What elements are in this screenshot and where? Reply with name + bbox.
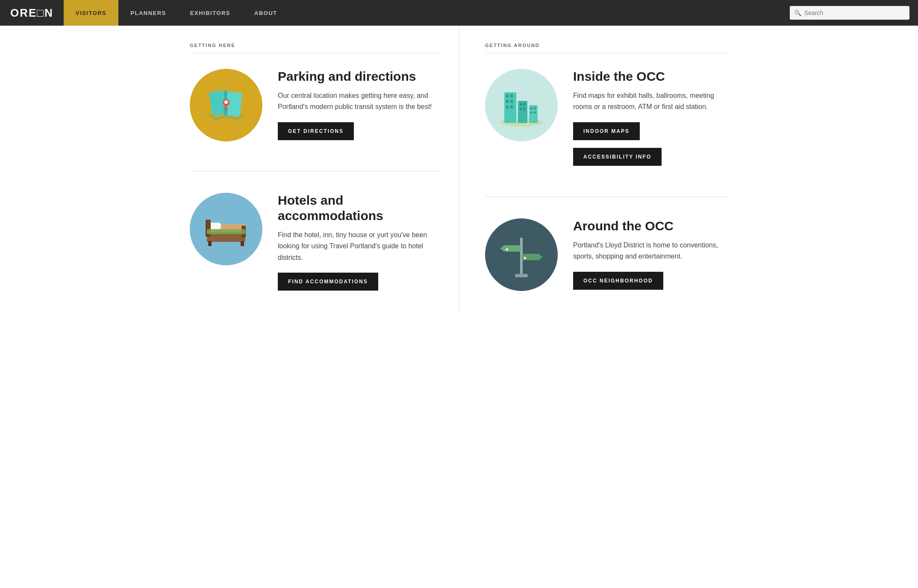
svg-rect-26 <box>520 108 522 110</box>
get-directions-button[interactable]: GET DIRECTIONS <box>278 122 354 140</box>
left-column: GETTING HERE <box>190 26 459 313</box>
search-icon: 🔍 <box>794 9 801 16</box>
parking-card-desc: Our central location makes getting here … <box>278 90 442 113</box>
hotels-card-desc: Find the hotel, inn, tiny house or yurt … <box>278 229 442 263</box>
svg-rect-29 <box>530 107 533 109</box>
nav-item-about[interactable]: ABOUT <box>242 0 289 26</box>
parking-card: Parking and directions Our central locat… <box>190 69 442 145</box>
inside-occ-card-body: Inside the OCC Find maps for exhibit hal… <box>573 69 728 171</box>
left-divider <box>190 171 442 171</box>
svg-rect-13 <box>241 241 244 246</box>
right-section-header: GETTING AROUND <box>485 43 728 53</box>
search-input[interactable] <box>790 6 909 20</box>
hotels-card-body: Hotels and accommodations Find the hotel… <box>278 193 442 296</box>
accessibility-info-button[interactable]: ACCESSIBILITY INFO <box>573 148 662 166</box>
inside-occ-icon <box>485 69 558 141</box>
right-column: GETTING AROUND <box>459 26 728 313</box>
parking-card-title: Parking and directions <box>278 69 442 84</box>
nav-items: VISITORS PLANNERS EXHIBITORS ABOUT <box>64 0 781 26</box>
right-divider <box>485 197 728 197</box>
around-occ-card-title: Around the OCC <box>573 218 728 234</box>
svg-rect-14 <box>207 229 245 234</box>
inside-occ-buttons: INDOOR MAPS ACCESSIBILITY INFO <box>573 122 728 171</box>
hotels-card: Hotels and accommodations Find the hotel… <box>190 193 442 296</box>
indoor-maps-button[interactable]: INDOOR MAPS <box>573 122 640 140</box>
svg-text:▶: ▶ <box>524 256 527 260</box>
svg-rect-18 <box>510 94 513 97</box>
around-occ-card: ◀ ▶ Around the OCC Portland's Lloyd Dist… <box>485 218 728 295</box>
svg-rect-9 <box>209 223 221 229</box>
left-section-header: GETTING HERE <box>190 43 442 53</box>
svg-rect-30 <box>534 107 536 109</box>
main-content: GETTING HERE <box>173 26 745 313</box>
hotels-card-title: Hotels and accommodations <box>278 193 442 223</box>
around-occ-icon: ◀ ▶ <box>485 218 558 291</box>
svg-rect-20 <box>510 100 513 103</box>
svg-rect-34 <box>515 274 528 277</box>
svg-text:◀: ◀ <box>505 247 508 251</box>
occ-neighborhood-button[interactable]: OCC NEIGHBORHOOD <box>573 272 663 290</box>
svg-rect-32 <box>534 112 536 114</box>
parking-card-body: Parking and directions Our central locat… <box>278 69 442 145</box>
find-accommodations-button[interactable]: FIND ACCOMMODATIONS <box>278 273 378 291</box>
svg-rect-12 <box>208 241 212 246</box>
nav-item-visitors[interactable]: VISITORS <box>64 0 118 26</box>
svg-rect-21 <box>506 106 509 109</box>
svg-rect-25 <box>523 103 525 106</box>
logo: ORE□N <box>0 0 64 26</box>
navigation: ORE□N VISITORS PLANNERS EXHIBITORS ABOUT… <box>0 0 918 26</box>
svg-rect-24 <box>520 103 522 106</box>
around-occ-card-desc: Portland's Lloyd District is home to con… <box>573 240 728 262</box>
nav-item-planners[interactable]: PLANNERS <box>118 0 178 26</box>
svg-rect-22 <box>510 106 513 109</box>
nav-item-exhibitors[interactable]: EXHIBITORS <box>178 0 242 26</box>
svg-rect-27 <box>523 108 525 110</box>
inside-occ-card: Inside the OCC Find maps for exhibit hal… <box>485 69 728 171</box>
svg-rect-31 <box>530 112 533 114</box>
hotels-icon <box>190 193 262 265</box>
inside-occ-card-title: Inside the OCC <box>573 69 728 84</box>
svg-point-4 <box>224 100 228 104</box>
svg-rect-23 <box>518 101 527 123</box>
around-occ-card-body: Around the OCC Portland's Lloyd District… <box>573 218 728 295</box>
inside-occ-card-desc: Find maps for exhibit halls, ballrooms, … <box>573 90 728 113</box>
svg-rect-17 <box>506 94 509 97</box>
search-container: 🔍 <box>781 0 918 26</box>
two-column-layout: GETTING HERE <box>190 26 728 313</box>
svg-rect-19 <box>506 100 509 103</box>
parking-icon <box>190 69 262 141</box>
